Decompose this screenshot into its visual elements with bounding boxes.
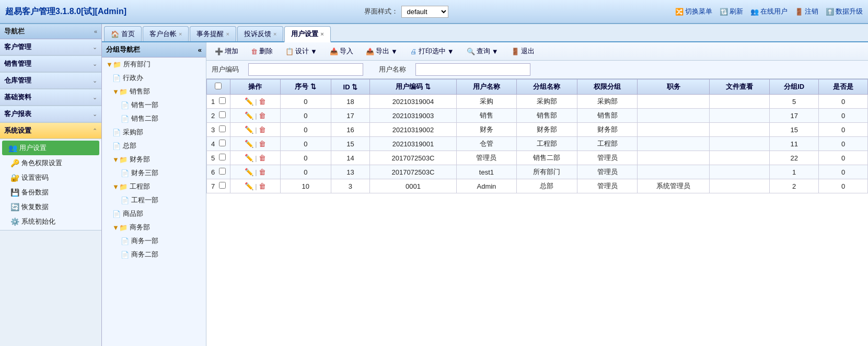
tree-item-purchase[interactable]: 📄 采购部	[102, 125, 206, 139]
delete-row-btn[interactable]: 🗑	[259, 97, 266, 106]
delete-row-btn[interactable]: 🗑	[259, 125, 266, 134]
sidebar-item-set-password[interactable]: 🔐 设置密码	[0, 170, 101, 185]
export-btn[interactable]: 📤 导出 ▼	[362, 45, 402, 57]
switch-menu-btn[interactable]: 🔀 切换菜单	[675, 7, 712, 16]
sidebar-item-backup-data[interactable]: 💾 备份数据	[0, 185, 101, 200]
delete-row-btn[interactable]: 🗑	[259, 168, 266, 176]
edit-btn[interactable]: ✏️	[245, 154, 253, 162]
tree-item-eng1[interactable]: 📄 工程一部	[102, 193, 206, 207]
tabs-bar: 🏠 首页 客户台帐 × 事务提醒 × 投诉反馈 × 用户设置 ×	[102, 24, 868, 42]
row-is-flag: 0	[819, 123, 868, 137]
row-user-name: 仓管	[456, 137, 517, 151]
tree-item-sales2[interactable]: 📄 销售二部	[102, 112, 206, 125]
tab-feedback[interactable]: 投诉反馈 ×	[237, 26, 283, 41]
import-btn[interactable]: 📥 导入	[326, 45, 357, 57]
row-checkbox-cell: 6	[207, 165, 230, 179]
edit-btn[interactable]: ✏️	[245, 140, 253, 148]
refresh-btn[interactable]: 🔃 刷新	[720, 7, 743, 16]
row-checkbox[interactable]	[219, 97, 226, 104]
tree-item-commerce[interactable]: ▼📁 商务部	[102, 221, 206, 234]
row-job	[638, 123, 709, 137]
set-password-label: 设置密码	[21, 173, 49, 182]
tree-item-sales1[interactable]: 📄 销售一部	[102, 98, 206, 112]
customer-mgmt-header[interactable]: 客户管理 ⌄	[0, 39, 101, 55]
warehouse-mgmt-header[interactable]: 仓库管理 ⌄	[0, 73, 101, 89]
sales-mgmt-header[interactable]: 销售管理 ⌄	[0, 56, 101, 72]
tree-item-sales-dept[interactable]: ▼📁 销售部	[102, 85, 206, 98]
row-action-cell: ✏️ | 🗑	[230, 109, 280, 123]
edit-btn[interactable]: ✏️	[245, 97, 253, 106]
tree-item-admin[interactable]: 📄 行政办	[102, 71, 206, 85]
tab-user-settings[interactable]: 用户设置 ×	[284, 26, 330, 42]
edit-btn[interactable]: ✏️	[245, 182, 253, 190]
row-file-view	[709, 109, 770, 123]
tree-item-finance[interactable]: ▼📁 财务部	[102, 153, 206, 166]
select-all-checkbox[interactable]	[215, 83, 222, 89]
sidebar-collapse-btn[interactable]: «	[94, 28, 97, 34]
row-checkbox[interactable]	[219, 125, 226, 132]
delete-row-btn[interactable]: 🗑	[259, 111, 266, 120]
customer-tab-close[interactable]: ×	[179, 31, 182, 37]
row-checkbox[interactable]	[219, 140, 226, 146]
user-settings-tab-close[interactable]: ×	[320, 31, 323, 37]
print-btn[interactable]: 🖨 打印选中 ▼	[406, 45, 458, 57]
edit-btn[interactable]: ✏️	[245, 125, 253, 134]
exit-btn[interactable]: 🚪 退出	[507, 45, 539, 57]
sidebar-item-system-init[interactable]: ⚙️ 系统初始化	[0, 214, 101, 229]
row-is-flag: 0	[819, 95, 868, 109]
delete-row-btn[interactable]: 🗑	[259, 182, 266, 190]
tree-item-goods[interactable]: 📄 商品部	[102, 207, 206, 221]
user-name-input[interactable]	[415, 63, 530, 76]
row-is-flag: 0	[819, 165, 868, 179]
edit-btn[interactable]: ✏️	[245, 111, 253, 120]
query-btn[interactable]: 🔍 查询 ▼	[462, 45, 503, 57]
tree-item-commerce2[interactable]: 📄 商务二部	[102, 248, 206, 261]
online-users-btn[interactable]: 👥 在线用户	[750, 7, 788, 16]
user-code-input[interactable]	[248, 63, 363, 76]
delete-row-btn[interactable]: 🗑	[259, 154, 266, 162]
export-dropdown-icon: ▼	[391, 48, 398, 55]
row-checkbox[interactable]	[219, 168, 226, 175]
system-settings-header[interactable]: 系统设置 ⌃	[0, 123, 101, 139]
add-btn[interactable]: ➕ 增加	[211, 45, 242, 57]
tab-customer[interactable]: 客户台帐 ×	[143, 26, 189, 41]
tree-label-sales2: 销售二部	[131, 114, 158, 123]
row-action-cell: ✏️ | 🗑	[230, 165, 280, 179]
row-checkbox[interactable]	[219, 154, 226, 160]
row-checkbox-cell: 7	[207, 179, 230, 193]
action-sep: |	[255, 168, 257, 176]
tab-tasks[interactable]: 事务提醒 ×	[190, 26, 236, 41]
design-btn[interactable]: 📋 设计 ▼	[281, 45, 321, 57]
tree-item-engineering[interactable]: ▼📁 工程部	[102, 180, 206, 193]
edit-btn[interactable]: ✏️	[245, 168, 253, 176]
tree-item-hq[interactable]: 📄 总部	[102, 139, 206, 153]
sidebar-item-role-permissions[interactable]: 🔑 角色权限设置	[0, 156, 101, 170]
delete-row-btn[interactable]: 🗑	[259, 140, 266, 148]
tasks-tab-close[interactable]: ×	[226, 31, 229, 37]
sidebar-item-user-settings[interactable]: 👥 用户设置	[2, 141, 99, 155]
logout-btn[interactable]: 🚪 注销	[795, 7, 818, 16]
restore-data-icon: 🔄	[10, 203, 19, 211]
row-user-name: Admin	[456, 179, 517, 193]
tree-item-all-dept[interactable]: ▼📁 所有部门	[102, 57, 206, 71]
table-header-row: 操作 序号 ⇅ ID ⇅ 用户编码 ⇅ 用户名称 分组名称 权限分组 职务 文件…	[207, 79, 868, 95]
col-id[interactable]: ID ⇅	[331, 79, 370, 95]
design-icon: 📋	[285, 48, 294, 55]
delete-btn[interactable]: 🗑 删除	[247, 45, 277, 57]
row-checkbox[interactable]	[219, 111, 226, 118]
style-select[interactable]: default	[401, 6, 448, 18]
sidebar-item-restore-data[interactable]: 🔄 恢复数据	[0, 200, 101, 214]
col-seq[interactable]: 序号 ⇅	[281, 79, 331, 95]
row-checkbox[interactable]	[219, 182, 226, 189]
data-upgrade-btn[interactable]: ⬆️ 数据升级	[826, 7, 863, 16]
customer-report-header[interactable]: 客户报表 ⌄	[0, 106, 101, 122]
feedback-tab-close[interactable]: ×	[273, 31, 276, 37]
tree-item-finance3[interactable]: 📄 财务三部	[102, 166, 206, 180]
sub-nav-collapse-btn[interactable]: «	[198, 46, 202, 54]
tab-home[interactable]: 🏠 首页	[104, 26, 142, 41]
tree-item-commerce1[interactable]: 📄 商务一部	[102, 234, 206, 248]
col-user-code[interactable]: 用户编码 ⇅	[370, 79, 456, 95]
row-group-id: 5	[770, 95, 819, 109]
basic-data-header[interactable]: 基础资料 ⌄	[0, 89, 101, 106]
row-checkbox-cell: 4	[207, 137, 230, 151]
